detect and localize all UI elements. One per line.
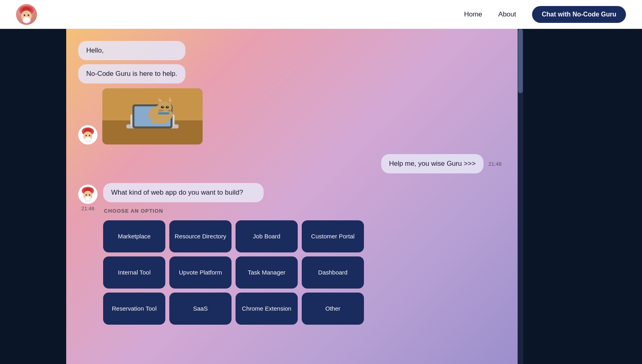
svg-point-47 xyxy=(89,194,90,195)
bot-timestamp: 21:48 xyxy=(81,205,95,211)
svg-point-31 xyxy=(166,106,169,108)
option-btn-9[interactable]: SaaS xyxy=(169,293,232,325)
nav-right: Home About Chat with No-Code Guru xyxy=(464,6,626,23)
svg-point-33 xyxy=(167,106,168,107)
svg-point-4 xyxy=(24,14,25,16)
svg-point-5 xyxy=(28,14,29,16)
page-layout: Hello, No-Code Guru is here to help. xyxy=(0,0,642,364)
svg-point-50 xyxy=(85,197,91,200)
user-message-row: Help me, you wise Guru >>> 21:48 xyxy=(78,154,502,173)
greeting-bubble-1: Hello, xyxy=(78,41,185,60)
bot-question-row: 21:48 What kind of web app do you want t… xyxy=(78,183,502,325)
choose-label: CHOOSE AN OPTION xyxy=(104,208,364,214)
svg-point-30 xyxy=(161,106,164,108)
option-btn-7[interactable]: Dashboard xyxy=(302,256,364,289)
option-btn-1[interactable]: Resource Directory xyxy=(169,220,232,252)
svg-point-41 xyxy=(159,120,166,124)
options-grid: MarketplaceResource DirectoryJob BoardCu… xyxy=(103,220,364,325)
option-btn-3[interactable]: Customer Portal xyxy=(302,220,364,252)
option-btn-8[interactable]: Reservation Tool xyxy=(103,293,165,325)
svg-point-8 xyxy=(23,17,30,21)
greeting-bubble-2: No-Code Guru is here to help. xyxy=(78,64,185,83)
navbar: Home About Chat with No-Code Guru xyxy=(0,0,642,29)
right-sidebar xyxy=(518,29,642,364)
svg-point-14 xyxy=(89,135,90,136)
logo-avatar xyxy=(16,4,37,25)
option-btn-2[interactable]: Job Board xyxy=(236,220,298,252)
option-btn-6[interactable]: Task Manager xyxy=(236,256,298,289)
chat-cta-button[interactable]: Chat with No-Code Guru xyxy=(532,6,626,23)
cat-image-row xyxy=(78,88,502,144)
option-btn-5[interactable]: Upvote Platform xyxy=(169,256,232,289)
about-link[interactable]: About xyxy=(498,10,516,18)
home-link[interactable]: Home xyxy=(464,10,482,18)
bot-avatar-1 xyxy=(78,125,98,144)
svg-point-25 xyxy=(157,102,172,114)
left-sidebar xyxy=(0,29,66,364)
bot-avatar-2 xyxy=(78,185,98,204)
user-bubble: Help me, you wise Guru >>> xyxy=(381,154,484,173)
bot-greeting-row: Hello, No-Code Guru is here to help. xyxy=(78,41,502,83)
option-btn-10[interactable]: Chrome Extension xyxy=(236,293,298,325)
svg-point-13 xyxy=(85,135,87,136)
option-btn-11[interactable]: Other xyxy=(302,293,364,325)
svg-point-32 xyxy=(163,106,163,107)
user-timestamp: 21:48 xyxy=(488,161,502,167)
svg-point-40 xyxy=(151,119,158,123)
bot-question-bubble: What kind of web app do you want to buil… xyxy=(103,183,264,202)
option-btn-0[interactable]: Marketplace xyxy=(103,220,165,252)
option-btn-4[interactable]: Internal Tool xyxy=(103,256,165,289)
svg-point-46 xyxy=(85,194,87,195)
svg-point-17 xyxy=(85,137,91,140)
cat-image xyxy=(102,88,203,144)
logo xyxy=(16,4,37,25)
svg-rect-39 xyxy=(158,112,169,114)
chat-area: Hello, No-Code Guru is here to help. xyxy=(66,29,518,364)
